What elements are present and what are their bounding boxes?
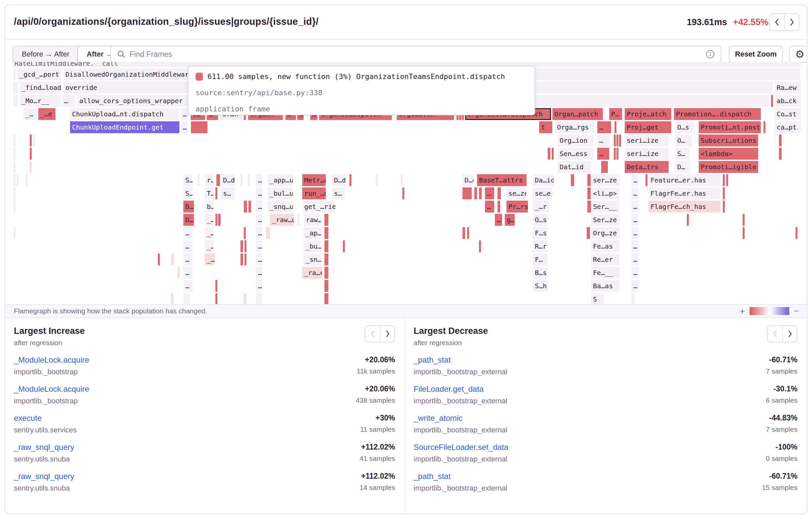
flame-cell[interactable]: se…ze bbox=[506, 187, 526, 199]
flame-cell[interactable]: … bbox=[256, 187, 262, 199]
flame-cell[interactable]: Ser…__ bbox=[591, 201, 619, 213]
flame-cell[interactable] bbox=[244, 240, 246, 252]
flame-cell[interactable]: F… bbox=[533, 253, 548, 266]
flame-cell[interactable]: Proj…get bbox=[625, 121, 671, 133]
flame-cell[interactable] bbox=[13, 69, 16, 80]
flame-cell[interactable] bbox=[13, 82, 16, 93]
flame-cell[interactable]: D… bbox=[183, 201, 194, 213]
flame-cell[interactable] bbox=[198, 174, 200, 186]
flame-cell[interactable]: _bul…uery bbox=[268, 187, 293, 199]
flame-cell[interactable]: … bbox=[181, 108, 187, 120]
flame-cell[interactable]: F…s bbox=[533, 227, 548, 239]
flame-cell[interactable] bbox=[616, 148, 618, 160]
flame-cell[interactable] bbox=[183, 293, 190, 304]
function-link[interactable]: SourceFileLoader.set_data bbox=[414, 443, 509, 452]
flame-cell[interactable]: _Mo…r__ bbox=[20, 95, 61, 107]
decrease-next-button[interactable] bbox=[782, 326, 797, 342]
flame-cell[interactable]: T… bbox=[205, 187, 213, 199]
flame-cell[interactable]: Metr…uery bbox=[302, 174, 326, 186]
flame-cell[interactable] bbox=[763, 121, 765, 133]
flame-cell[interactable] bbox=[614, 135, 616, 146]
flame-cell[interactable] bbox=[723, 201, 725, 213]
flame-cell[interactable] bbox=[244, 253, 246, 266]
reset-zoom-button[interactable]: Reset Zoom bbox=[729, 46, 783, 63]
flame-cell[interactable] bbox=[244, 201, 247, 213]
flame-cell[interactable] bbox=[779, 148, 782, 160]
flame-cell[interactable]: _gcd_…port bbox=[18, 69, 61, 80]
flame-cell[interactable] bbox=[723, 187, 725, 199]
flame-cell[interactable] bbox=[587, 187, 591, 199]
flame-cell[interactable]: _…r bbox=[533, 201, 549, 213]
flame-cell[interactable]: <lambda> bbox=[699, 148, 758, 160]
flame-cell[interactable]: _bu…ery bbox=[303, 240, 321, 252]
flame-cell[interactable] bbox=[33, 135, 35, 146]
flame-cell[interactable] bbox=[13, 148, 16, 160]
flame-cell[interactable]: s… bbox=[221, 187, 235, 199]
flame-cell[interactable]: _… bbox=[205, 214, 213, 226]
flame-cell[interactable]: … bbox=[183, 280, 193, 292]
flame-cell[interactable]: … bbox=[62, 95, 75, 107]
flame-cell[interactable] bbox=[13, 95, 16, 107]
flame-cell[interactable]: … bbox=[183, 227, 193, 239]
flame-cell[interactable] bbox=[631, 293, 635, 304]
flame-cell[interactable] bbox=[349, 174, 351, 186]
flame-cell[interactable] bbox=[191, 121, 207, 133]
flame-cell[interactable]: D…d bbox=[332, 174, 345, 186]
increase-prev-button[interactable] bbox=[366, 326, 380, 342]
flame-cell[interactable]: … bbox=[631, 267, 639, 279]
flame-cell[interactable] bbox=[244, 227, 246, 239]
flame-cell[interactable] bbox=[324, 280, 328, 292]
flame-cell[interactable]: Fe…as bbox=[591, 240, 619, 252]
flame-cell[interactable]: r… bbox=[205, 174, 213, 186]
flame-cell[interactable] bbox=[215, 293, 218, 304]
flame-cell[interactable]: … bbox=[256, 267, 262, 279]
flame-cell[interactable] bbox=[619, 135, 621, 146]
flame-cell[interactable] bbox=[13, 227, 16, 239]
flame-cell[interactable] bbox=[771, 95, 773, 107]
flame-cell[interactable]: D…d bbox=[463, 174, 473, 186]
flame-cell[interactable]: … bbox=[631, 214, 639, 226]
flame-cell[interactable]: … bbox=[597, 148, 609, 160]
flame-cell[interactable]: … bbox=[631, 227, 639, 239]
function-link[interactable]: _write_atomic bbox=[414, 414, 508, 423]
flame-cell[interactable] bbox=[256, 293, 262, 304]
flame-cell[interactable]: ChunkUploadEndpoint.get bbox=[70, 121, 179, 133]
function-link[interactable]: _path_stat bbox=[414, 355, 508, 365]
flame-cell[interactable]: ca…pt bbox=[775, 121, 801, 133]
flame-cell[interactable]: Deta…trs bbox=[625, 161, 669, 173]
flame-cell[interactable]: Subscri…otions bbox=[699, 135, 758, 146]
flame-cell[interactable] bbox=[215, 187, 218, 199]
flame-cell[interactable] bbox=[571, 174, 574, 186]
flame-cell[interactable]: … bbox=[183, 267, 193, 279]
flame-cell[interactable] bbox=[324, 214, 328, 226]
function-link[interactable]: _raw_snql_query bbox=[14, 443, 74, 452]
flame-cell[interactable] bbox=[216, 174, 220, 186]
flame-cell[interactable]: P… bbox=[609, 108, 622, 120]
flame-cell[interactable]: _sn…ery bbox=[303, 253, 321, 266]
flame-cell[interactable] bbox=[158, 253, 160, 266]
flame-cell[interactable]: D…d bbox=[221, 174, 235, 186]
flame-cell[interactable]: ab…ck bbox=[775, 95, 801, 107]
flame-cell[interactable] bbox=[240, 240, 243, 252]
flame-cell[interactable]: b… bbox=[205, 201, 213, 213]
flame-cell[interactable]: … bbox=[631, 201, 639, 213]
flame-cell[interactable] bbox=[723, 174, 725, 186]
flame-cell[interactable]: … bbox=[485, 201, 494, 213]
flame-cell[interactable] bbox=[743, 227, 745, 239]
flame-cell[interactable]: O…s bbox=[533, 214, 548, 226]
flame-cell[interactable]: ser…ze bbox=[591, 174, 619, 186]
flame-cell[interactable]: g… bbox=[505, 214, 515, 226]
flame-cell[interactable]: FlagrFe…er.has bbox=[648, 187, 721, 199]
flame-cell[interactable]: se…er bbox=[533, 187, 552, 199]
flame-cell[interactable] bbox=[587, 174, 591, 186]
flame-cell[interactable] bbox=[474, 187, 477, 199]
flame-cell[interactable]: D… bbox=[183, 214, 194, 226]
flame-cell[interactable] bbox=[376, 174, 378, 186]
flame-cell[interactable]: seri…ize bbox=[625, 135, 669, 146]
flame-cell[interactable]: S…h bbox=[533, 280, 548, 292]
flame-cell[interactable]: Org…ion bbox=[558, 135, 593, 146]
flame-cell[interactable]: … bbox=[181, 121, 187, 133]
flame-cell[interactable]: Dat…id bbox=[558, 161, 591, 173]
flame-cell[interactable]: … bbox=[631, 187, 639, 199]
flame-cell[interactable] bbox=[467, 227, 469, 239]
